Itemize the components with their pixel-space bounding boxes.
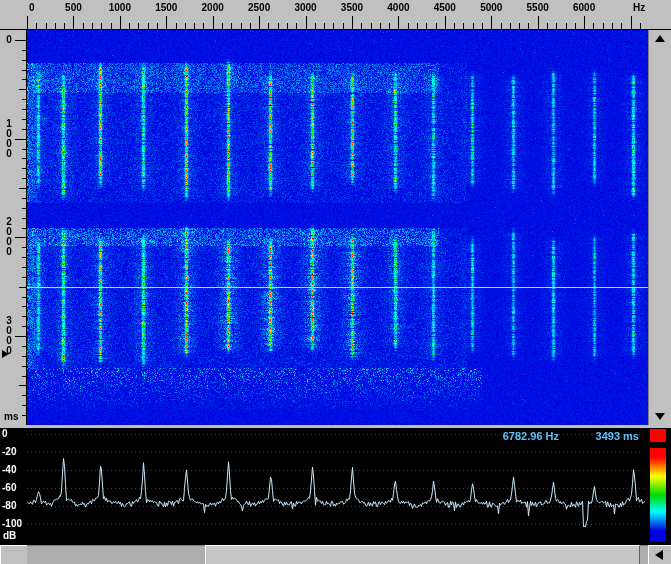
spectrogram-analyzer-window: 0500100015002000250030003500400045005000… (0, 0, 671, 564)
colormap-legend (650, 448, 666, 542)
db-tick-label: 0 (2, 428, 26, 439)
scrollbar-left-box[interactable] (0, 545, 29, 564)
freq-tick-label: 1500 (155, 2, 177, 13)
freq-tick-label: 500 (65, 2, 82, 13)
freq-tick-label: 4500 (434, 2, 456, 13)
scroll-left-button[interactable] (648, 545, 671, 564)
freq-tick-label: 5500 (527, 2, 549, 13)
freq-tick-label: 2500 (248, 2, 270, 13)
freq-tick-label: 1000 (109, 2, 131, 13)
freq-tick-label: 5000 (480, 2, 502, 13)
freq-tick-label: 3500 (341, 2, 363, 13)
db-tick-label: -20 (2, 446, 26, 457)
frequency-unit-label: Hz (633, 2, 645, 13)
frequency-ruler: 0500100015002000250030003500400045005000… (0, 0, 671, 30)
vertical-scroll-strip (648, 30, 671, 425)
cursor-time-readout: 3493 ms (596, 430, 639, 442)
time-tick-label: 0 (5, 35, 13, 45)
db-tick-label: -100 (2, 518, 26, 529)
time-tick-label: 2000 (5, 217, 13, 257)
scroll-up-icon[interactable] (655, 35, 665, 42)
spectrum-panel: 0-20-40-60-80-100 dB 6782.96 Hz 3493 ms (0, 428, 671, 545)
freq-tick-label: 2000 (202, 2, 224, 13)
freq-tick-label: 3000 (294, 2, 316, 13)
spectrogram-canvas[interactable] (27, 30, 648, 425)
scrollbar-thumb[interactable] (205, 545, 640, 564)
db-tick-label: -40 (2, 464, 26, 475)
colormap-max-indicator (650, 429, 666, 442)
scroll-left-icon (655, 550, 663, 560)
scroll-down-icon[interactable] (655, 413, 665, 420)
time-tick-label: 1000 (5, 119, 13, 159)
spectrum-canvas (27, 429, 645, 541)
freq-tick-label: 4000 (387, 2, 409, 13)
db-tick-label: -80 (2, 500, 26, 511)
frequency-ruler-ticks (0, 0, 671, 30)
db-unit-label: dB (3, 530, 16, 541)
db-tick-label: -60 (2, 482, 26, 493)
time-unit-label: ms (4, 411, 18, 422)
time-ruler: 0100020003000 ms (0, 30, 27, 425)
freq-tick-label: 0 (29, 2, 35, 13)
time-marker-icon[interactable] (2, 350, 9, 358)
cursor-frequency-readout: 6782.96 Hz (503, 430, 559, 442)
freq-tick-label: 6000 (573, 2, 595, 13)
horizontal-scrollbar (0, 545, 671, 564)
